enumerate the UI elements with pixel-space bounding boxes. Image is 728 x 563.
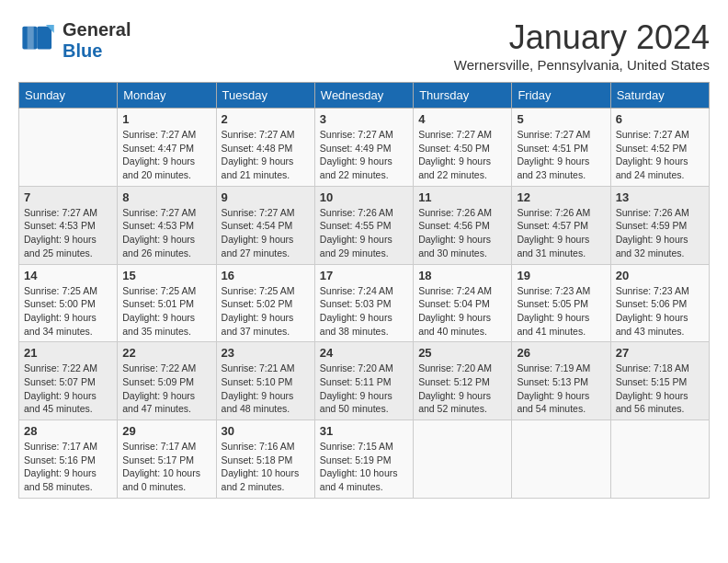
day-cell: 13Sunrise: 7:26 AM Sunset: 4:59 PM Dayli… [610, 186, 709, 264]
day-header-sunday: Sunday [19, 83, 118, 109]
day-number: 17 [320, 269, 408, 282]
day-info: Sunrise: 7:17 AM Sunset: 5:17 PM Dayligh… [122, 440, 210, 494]
day-info: Sunrise: 7:26 AM Sunset: 4:57 PM Dayligh… [517, 206, 605, 260]
day-info: Sunrise: 7:27 AM Sunset: 4:52 PM Dayligh… [616, 128, 704, 182]
day-cell: 17Sunrise: 7:24 AM Sunset: 5:03 PM Dayli… [314, 264, 413, 342]
day-number: 16 [222, 269, 310, 282]
month-title: January 2024 [454, 18, 710, 57]
day-info: Sunrise: 7:16 AM Sunset: 5:18 PM Dayligh… [222, 440, 310, 494]
day-cell: 14Sunrise: 7:25 AM Sunset: 5:00 PM Dayli… [19, 264, 118, 342]
day-number: 15 [122, 269, 210, 282]
day-info: Sunrise: 7:17 AM Sunset: 5:16 PM Dayligh… [24, 440, 112, 494]
day-header-saturday: Saturday [610, 83, 709, 109]
day-cell [19, 109, 118, 187]
day-cell: 3Sunrise: 7:27 AM Sunset: 4:49 PM Daylig… [314, 109, 413, 187]
day-cell: 8Sunrise: 7:27 AM Sunset: 4:53 PM Daylig… [118, 186, 216, 264]
day-cell: 1Sunrise: 7:27 AM Sunset: 4:47 PM Daylig… [118, 109, 216, 187]
day-info: Sunrise: 7:25 AM Sunset: 5:01 PM Dayligh… [122, 284, 210, 339]
day-number: 3 [320, 112, 408, 126]
day-cell: 21Sunrise: 7:22 AM Sunset: 5:07 PM Dayli… [19, 342, 118, 420]
day-info: Sunrise: 7:21 AM Sunset: 5:10 PM Dayligh… [222, 362, 310, 416]
day-cell: 25Sunrise: 7:20 AM Sunset: 5:12 PM Dayli… [414, 342, 512, 420]
day-info: Sunrise: 7:25 AM Sunset: 5:02 PM Dayligh… [222, 284, 310, 339]
day-info: Sunrise: 7:27 AM Sunset: 4:54 PM Dayligh… [222, 206, 310, 260]
day-number: 7 [24, 190, 112, 204]
day-info: Sunrise: 7:22 AM Sunset: 5:09 PM Dayligh… [122, 362, 210, 416]
day-cell [610, 420, 709, 499]
logo-general: General [63, 19, 131, 40]
day-cell: 16Sunrise: 7:25 AM Sunset: 5:02 PM Dayli… [216, 264, 314, 342]
day-info: Sunrise: 7:27 AM Sunset: 4:53 PM Dayligh… [122, 206, 210, 260]
day-cell [414, 420, 512, 499]
day-number: 13 [616, 190, 704, 204]
day-info: Sunrise: 7:22 AM Sunset: 5:07 PM Dayligh… [24, 362, 112, 416]
day-number: 23 [222, 346, 310, 360]
day-info: Sunrise: 7:20 AM Sunset: 5:12 PM Dayligh… [418, 362, 506, 416]
day-cell: 4Sunrise: 7:27 AM Sunset: 4:50 PM Daylig… [414, 109, 512, 187]
day-info: Sunrise: 7:26 AM Sunset: 4:55 PM Dayligh… [320, 206, 408, 260]
svg-rect-2 [28, 27, 34, 50]
day-cell: 29Sunrise: 7:17 AM Sunset: 5:17 PM Dayli… [118, 420, 216, 499]
day-cell: 22Sunrise: 7:22 AM Sunset: 5:09 PM Dayli… [118, 342, 216, 420]
day-info: Sunrise: 7:15 AM Sunset: 5:19 PM Dayligh… [320, 440, 408, 494]
day-cell: 19Sunrise: 7:23 AM Sunset: 5:05 PM Dayli… [512, 264, 610, 342]
day-cell: 2Sunrise: 7:27 AM Sunset: 4:48 PM Daylig… [216, 109, 314, 187]
day-info: Sunrise: 7:23 AM Sunset: 5:06 PM Dayligh… [616, 284, 704, 339]
day-info: Sunrise: 7:25 AM Sunset: 5:00 PM Dayligh… [24, 284, 112, 339]
day-info: Sunrise: 7:23 AM Sunset: 5:05 PM Dayligh… [517, 284, 605, 339]
logo-icon [18, 18, 59, 63]
day-info: Sunrise: 7:27 AM Sunset: 4:50 PM Dayligh… [418, 128, 506, 182]
week-row-4: 21Sunrise: 7:22 AM Sunset: 5:07 PM Dayli… [19, 342, 710, 420]
page-header: General Blue January 2024 Wernersville, … [18, 18, 710, 73]
day-number: 11 [418, 190, 506, 204]
week-row-1: 1Sunrise: 7:27 AM Sunset: 4:47 PM Daylig… [19, 109, 710, 187]
day-cell: 5Sunrise: 7:27 AM Sunset: 4:51 PM Daylig… [512, 109, 610, 187]
days-header-row: SundayMondayTuesdayWednesdayThursdayFrid… [19, 83, 710, 109]
day-info: Sunrise: 7:19 AM Sunset: 5:13 PM Dayligh… [517, 362, 605, 416]
day-number: 19 [517, 269, 605, 282]
day-header-friday: Friday [512, 83, 610, 109]
day-number: 25 [418, 346, 506, 360]
day-cell: 12Sunrise: 7:26 AM Sunset: 4:57 PM Dayli… [512, 186, 610, 264]
day-cell: 7Sunrise: 7:27 AM Sunset: 4:53 PM Daylig… [19, 186, 118, 264]
day-cell: 30Sunrise: 7:16 AM Sunset: 5:18 PM Dayli… [216, 420, 314, 499]
day-number: 24 [320, 346, 408, 360]
day-number: 27 [616, 346, 704, 360]
title-block: January 2024 Wernersville, Pennsylvania,… [454, 18, 710, 73]
day-number: 26 [517, 346, 605, 360]
logo-blue: Blue [63, 40, 102, 62]
day-cell: 10Sunrise: 7:26 AM Sunset: 4:55 PM Dayli… [314, 186, 413, 264]
day-info: Sunrise: 7:26 AM Sunset: 4:56 PM Dayligh… [418, 206, 506, 260]
day-header-tuesday: Tuesday [216, 83, 314, 109]
day-cell: 18Sunrise: 7:24 AM Sunset: 5:04 PM Dayli… [414, 264, 512, 342]
day-number: 18 [418, 269, 506, 282]
day-number: 30 [222, 424, 310, 438]
week-row-2: 7Sunrise: 7:27 AM Sunset: 4:53 PM Daylig… [19, 186, 710, 264]
week-row-3: 14Sunrise: 7:25 AM Sunset: 5:00 PM Dayli… [19, 264, 710, 342]
day-cell: 31Sunrise: 7:15 AM Sunset: 5:19 PM Dayli… [314, 420, 413, 499]
day-header-wednesday: Wednesday [314, 83, 413, 109]
logo-text-block: General Blue [63, 19, 131, 62]
logo: General Blue [18, 18, 131, 63]
day-header-monday: Monday [118, 83, 216, 109]
day-cell: 26Sunrise: 7:19 AM Sunset: 5:13 PM Dayli… [512, 342, 610, 420]
svg-rect-1 [37, 27, 51, 50]
day-cell: 15Sunrise: 7:25 AM Sunset: 5:01 PM Dayli… [118, 264, 216, 342]
day-number: 31 [320, 424, 408, 438]
day-number: 29 [122, 424, 210, 438]
day-info: Sunrise: 7:27 AM Sunset: 4:48 PM Dayligh… [222, 128, 310, 182]
day-info: Sunrise: 7:27 AM Sunset: 4:49 PM Dayligh… [320, 128, 408, 182]
day-number: 12 [517, 190, 605, 204]
day-number: 21 [24, 346, 112, 360]
day-number: 5 [517, 112, 605, 126]
day-cell: 28Sunrise: 7:17 AM Sunset: 5:16 PM Dayli… [19, 420, 118, 499]
day-info: Sunrise: 7:27 AM Sunset: 4:51 PM Dayligh… [517, 128, 605, 182]
day-number: 6 [616, 112, 704, 126]
day-number: 1 [122, 112, 210, 126]
day-cell: 24Sunrise: 7:20 AM Sunset: 5:11 PM Dayli… [314, 342, 413, 420]
calendar-table: SundayMondayTuesdayWednesdayThursdayFrid… [18, 82, 710, 499]
day-cell: 9Sunrise: 7:27 AM Sunset: 4:54 PM Daylig… [216, 186, 314, 264]
day-info: Sunrise: 7:27 AM Sunset: 4:47 PM Dayligh… [122, 128, 210, 182]
day-cell [512, 420, 610, 499]
day-cell: 11Sunrise: 7:26 AM Sunset: 4:56 PM Dayli… [414, 186, 512, 264]
